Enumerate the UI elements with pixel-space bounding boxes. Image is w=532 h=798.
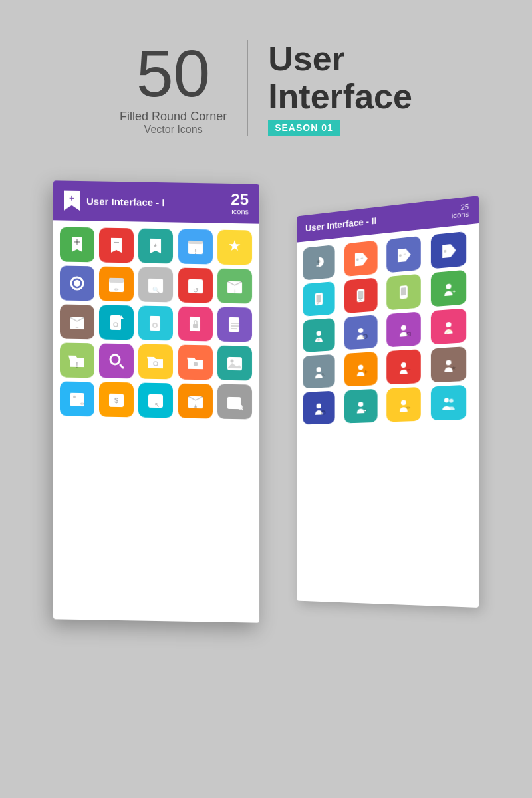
book-front: + User Interface - I 25 icons ★!★✏🔍↺+−!✏… <box>53 181 259 623</box>
svg-text:✕: ✕ <box>358 297 363 303</box>
svg-text:+: + <box>364 368 368 376</box>
svg-text:✓: ✓ <box>317 300 321 306</box>
front-icon-10: − <box>60 305 94 340</box>
front-icon-16 <box>99 344 134 379</box>
back-icon-0 <box>303 245 334 281</box>
back-icon-14: − <box>386 350 421 385</box>
svg-point-79 <box>110 355 120 364</box>
svg-point-41 <box>444 398 448 403</box>
book-front-title: User Interface - I <box>86 196 165 208</box>
svg-rect-50 <box>188 241 203 244</box>
svg-text:🔍: 🔍 <box>152 286 160 293</box>
svg-text:🔑: 🔑 <box>445 328 452 334</box>
front-icon-22: ↖ <box>138 383 173 418</box>
svg-point-17 <box>317 331 321 336</box>
front-icon-2: ★ <box>138 229 173 264</box>
back-icon-12: ↖ <box>303 354 334 388</box>
book-back-count: 25 icons <box>452 203 469 220</box>
front-icon-15: ! <box>60 343 94 378</box>
svg-point-23 <box>408 334 410 335</box>
header-right: User Interface SEASON 01 <box>248 40 412 136</box>
svg-text:+: + <box>360 255 364 261</box>
back-icon-6 <box>386 274 421 311</box>
book-front-count: 25 icons <box>231 192 249 215</box>
svg-point-26 <box>317 367 321 372</box>
front-icon-8: ↺ <box>178 268 213 303</box>
svg-point-32 <box>446 360 451 366</box>
back-icon-13: + <box>344 352 377 386</box>
product-title: User Interface <box>268 40 412 116</box>
bookmark-icon: + <box>64 191 80 211</box>
svg-text:+: + <box>233 288 236 295</box>
svg-line-96 <box>241 409 243 410</box>
svg-text:↖: ↖ <box>321 372 325 378</box>
type-label: Vector Icons <box>120 124 227 136</box>
back-icon-9 <box>344 315 377 350</box>
svg-text:!: ! <box>76 362 78 369</box>
svg-text:★: ★ <box>228 239 241 254</box>
back-icon-16 <box>303 391 334 425</box>
back-icon-2: − <box>386 236 421 273</box>
svg-rect-83 <box>227 357 242 370</box>
svg-text:+: + <box>69 193 74 203</box>
front-icon-1 <box>99 228 134 263</box>
front-icon-12 <box>138 306 173 341</box>
front-icon-17 <box>138 344 173 380</box>
svg-rect-14 <box>401 287 406 295</box>
style-label: Filled Round Corner <box>120 110 227 124</box>
svg-text:−: − <box>407 366 411 374</box>
svg-text:★: ★ <box>451 365 456 371</box>
front-icon-20: ✏ <box>60 382 94 417</box>
front-icon-0 <box>60 227 94 263</box>
icon-count: 50 <box>120 40 227 106</box>
front-icon-24 <box>217 384 252 420</box>
svg-text:↖: ↖ <box>154 401 160 408</box>
svg-text:−: − <box>75 324 78 331</box>
back-icon-grid: +−✓✕+★🔑↖+−★✏ <box>297 223 479 431</box>
back-icon-11: 🔑 <box>430 309 466 345</box>
svg-point-19 <box>358 328 363 333</box>
front-icon-13 <box>178 307 213 342</box>
front-icon-5 <box>60 266 94 301</box>
front-icon-9: + <box>217 269 252 304</box>
svg-rect-74 <box>229 317 239 332</box>
svg-point-34 <box>317 404 321 409</box>
svg-text:✏: ✏ <box>406 405 411 411</box>
front-icon-18 <box>178 345 213 380</box>
svg-marker-67 <box>121 315 124 319</box>
svg-point-24 <box>446 322 451 327</box>
svg-point-39 <box>401 400 406 406</box>
svg-rect-82 <box>194 362 198 366</box>
svg-text:★: ★ <box>193 403 198 410</box>
back-icon-8: ★ <box>303 318 334 352</box>
back-icon-18: ✏ <box>386 387 421 422</box>
book-back-title: User Interface - II <box>305 216 376 234</box>
svg-text:+: + <box>452 289 456 295</box>
books-container: User Interface - II 25 icons +−✓✕+★🔑↖+−★… <box>33 169 499 668</box>
svg-rect-94 <box>227 397 241 409</box>
back-icon-19 <box>430 385 466 420</box>
svg-text:★: ★ <box>154 243 158 249</box>
svg-text:✏: ✏ <box>114 287 119 293</box>
back-icon-3 <box>430 231 466 269</box>
front-icon-23: ★ <box>178 384 213 419</box>
back-icon-10 <box>386 312 421 348</box>
svg-text:★: ★ <box>317 337 321 343</box>
front-icon-21: $ <box>99 382 134 418</box>
svg-line-80 <box>120 365 123 368</box>
svg-point-30 <box>401 362 406 368</box>
back-icon-15: ★ <box>430 347 466 383</box>
back-icon-17 <box>344 389 377 424</box>
svg-text:✏: ✏ <box>80 401 85 407</box>
header-section: 50 Filled Round Corner Vector Icons User… <box>120 40 412 136</box>
front-icon-14 <box>217 307 252 342</box>
back-icon-1: + <box>344 241 377 277</box>
svg-rect-56 <box>109 278 124 283</box>
svg-point-36 <box>358 402 363 407</box>
front-icon-7: 🔍 <box>138 267 173 303</box>
header-left: 50 Filled Round Corner Vector Icons <box>120 40 248 136</box>
book-back: User Interface - II 25 icons +−✓✕+★🔑↖+−★… <box>297 196 479 608</box>
svg-text:!: ! <box>194 248 196 255</box>
front-icon-19 <box>217 346 252 381</box>
back-icon-7: + <box>430 270 466 307</box>
